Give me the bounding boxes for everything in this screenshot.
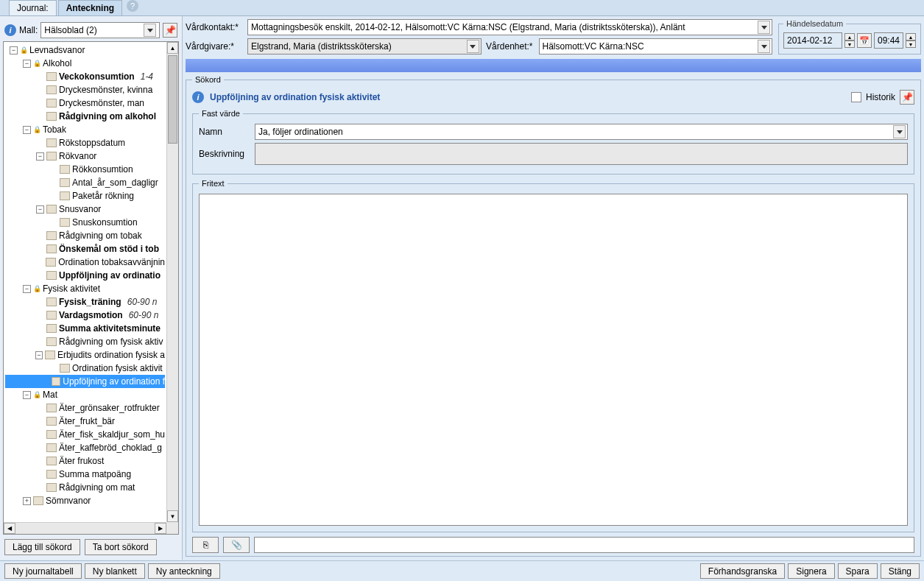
tree-node[interactable]: Veckokonsumtion1-4	[5, 70, 165, 83]
info-icon[interactable]: i	[192, 91, 204, 103]
tree-node[interactable]: −🔒Levnadsvanor	[5, 43, 165, 57]
help-icon[interactable]: ?	[127, 0, 138, 12]
tree-node[interactable]: Rökstoppsdatum	[5, 136, 165, 149]
tree-node[interactable]: −Snusvanor	[5, 203, 165, 216]
tree-node[interactable]: −🔒Alkohol	[5, 57, 165, 70]
chevron-down-icon	[470, 45, 476, 49]
collapse-icon[interactable]: −	[23, 285, 31, 293]
tree-node[interactable]: Dryckesmönster, man	[5, 96, 165, 110]
tree-node[interactable]: Vardagsmotion60-90 n	[5, 309, 165, 322]
pin-icon[interactable]: 📌	[163, 23, 177, 38]
tree[interactable]: −🔒Levnadsvanor−🔒AlkoholVeckokonsumtion1-…	[4, 42, 166, 509]
tree-node[interactable]: −🔒Mat	[5, 388, 165, 401]
chevron-down-icon	[147, 29, 153, 32]
tree-node[interactable]: Rådgivning om alkohol	[5, 110, 165, 123]
vardkontakt-label: Vårdkontakt:*	[186, 22, 244, 32]
link-button[interactable]: ⎘	[192, 537, 219, 553]
tree-node[interactable]: −🔒Fysisk aktivitet	[5, 282, 165, 295]
time-input[interactable]: 09:44	[874, 32, 903, 49]
tree-node[interactable]: −🔒Tobak	[5, 123, 165, 136]
tree-label: Uppföljning av ordinatio	[59, 270, 161, 281]
beskrivning-textarea[interactable]	[255, 143, 908, 165]
vardenhet-select[interactable]: Hälsomott:VC Kärna:NSC	[539, 38, 773, 54]
attach-input[interactable]	[254, 537, 914, 553]
document-icon	[46, 99, 57, 108]
scrollbar-vertical[interactable]: ▲ ▼	[166, 42, 178, 522]
tree-label: Rådgivning om alkohol	[59, 111, 156, 122]
document-icon	[46, 457, 57, 465]
spara-button[interactable]: Spara	[838, 563, 878, 579]
tree-node[interactable]: Summa matpoäng	[5, 468, 165, 481]
document-icon	[46, 311, 57, 320]
tree-node[interactable]: Rökkonsumtion	[5, 163, 165, 176]
collapse-icon[interactable]: −	[23, 60, 31, 68]
pin-icon[interactable]: 📌	[900, 90, 914, 105]
namn-select[interactable]: Ja, följer ordinationen	[255, 124, 908, 140]
info-icon[interactable]: i	[4, 24, 16, 36]
tree-node[interactable]: +Sömnvanor	[5, 494, 165, 507]
forhandsgranska-button[interactable]: Förhandsgranska	[700, 563, 785, 579]
tree-node[interactable]: Summa aktivitetsminute	[5, 322, 165, 335]
date-spinner[interactable]: ▲▼	[844, 33, 855, 48]
historik-checkbox[interactable]	[851, 92, 861, 102]
stang-button[interactable]: Stäng	[881, 563, 920, 579]
handelsedatum-fieldset: Händelsedatum 2014-02-12 ▲▼ 📅 09:44 ▲▼	[778, 19, 921, 54]
vardgivare-select[interactable]: Elgstrand, Maria (distriktssköterska)	[247, 38, 482, 54]
signera-button[interactable]: Signera	[788, 563, 834, 579]
document-icon	[46, 443, 57, 452]
tree-node[interactable]: Snuskonsumtion	[5, 216, 165, 229]
tree-node[interactable]: Önskemål om stöd i tob	[5, 242, 165, 256]
date-input[interactable]: 2014-02-12	[783, 32, 842, 49]
ny-blankett-button[interactable]: Ny blankett	[85, 563, 145, 579]
tree-label: Fysisk aktivitet	[43, 284, 100, 294]
tree-node[interactable]: Rådgivning om fysisk aktiv	[5, 335, 165, 348]
tree-node[interactable]: Äter_fisk_skaldjur_som_hu	[5, 428, 165, 441]
collapse-icon[interactable]: −	[36, 152, 44, 161]
fritext-textarea[interactable]	[199, 194, 908, 526]
document-icon	[46, 85, 57, 94]
scrollbar-horizontal[interactable]: ◀ ▶	[4, 522, 166, 534]
tree-node[interactable]: Dryckesmönster, kvinna	[5, 83, 165, 96]
collapse-icon[interactable]: −	[36, 205, 44, 214]
tree-node[interactable]: Äter_kaffebröd_choklad_g	[5, 441, 165, 454]
mall-select[interactable]: Hälsoblad (2)	[40, 22, 160, 38]
tab-journal[interactable]: Journal:	[9, 0, 57, 15]
tree-node[interactable]: Äter frukost	[5, 454, 165, 468]
document-icon	[46, 483, 57, 492]
selection-bar	[186, 59, 921, 72]
tree-node[interactable]: Rådgivning om tobak	[5, 229, 165, 242]
add-sokord-button[interactable]: Lägg till sökord	[4, 539, 80, 555]
tree-node[interactable]: −Erbjudits ordination fysisk a	[5, 348, 165, 362]
tree-node[interactable]: Fysisk_träning60-90 n	[5, 295, 165, 309]
attachment-button[interactable]: 📎	[223, 537, 250, 553]
document-icon	[46, 337, 57, 346]
document-icon	[60, 191, 70, 200]
collapse-icon[interactable]: −	[10, 46, 18, 54]
tree-node[interactable]: Uppföljning av ordinatio	[5, 269, 165, 282]
vardkontakt-select[interactable]: Mottagningsbesök enskilt, 2014-02-12, Hä…	[247, 19, 772, 35]
tree-node[interactable]: Äter_grönsaker_rotfrukter	[5, 401, 165, 415]
tree-node[interactable]: Uppföljning av ordination f	[5, 375, 165, 388]
tree-node[interactable]: −Rökvanor	[5, 149, 165, 163]
tree-label: Rökvanor	[59, 151, 96, 161]
collapse-icon[interactable]: −	[23, 391, 31, 399]
expand-icon[interactable]: +	[23, 497, 31, 505]
tree-label: Dryckesmönster, man	[59, 98, 144, 108]
collapse-icon[interactable]: −	[35, 351, 43, 359]
tree-node[interactable]: Rådgivning om mat	[5, 481, 165, 494]
tree-node[interactable]: Ordination tobaksavvänjnin	[5, 256, 165, 269]
tree-label: Mat	[43, 390, 57, 400]
tree-label: Sömnvanor	[46, 496, 91, 506]
collapse-icon[interactable]: −	[23, 126, 31, 134]
remove-sokord-button[interactable]: Ta bort sökord	[85, 539, 157, 555]
tree-node[interactable]: Ordination fysisk aktivit	[5, 362, 165, 375]
tree-node[interactable]: Paketår rökning	[5, 189, 165, 203]
tree-node[interactable]: Antal_år_som_dagligr	[5, 176, 165, 189]
calendar-icon[interactable]: 📅	[857, 33, 872, 48]
tab-anteckning[interactable]: Anteckning	[58, 0, 122, 15]
tree-node[interactable]: Äter_frukt_bär	[5, 415, 165, 428]
tree-label: Äter_fisk_skaldjur_som_hu	[59, 429, 165, 440]
ny-anteckning-button[interactable]: Ny anteckning	[148, 563, 220, 579]
time-spinner[interactable]: ▲▼	[906, 33, 916, 48]
ny-journaltabell-button[interactable]: Ny journaltabell	[4, 563, 82, 579]
